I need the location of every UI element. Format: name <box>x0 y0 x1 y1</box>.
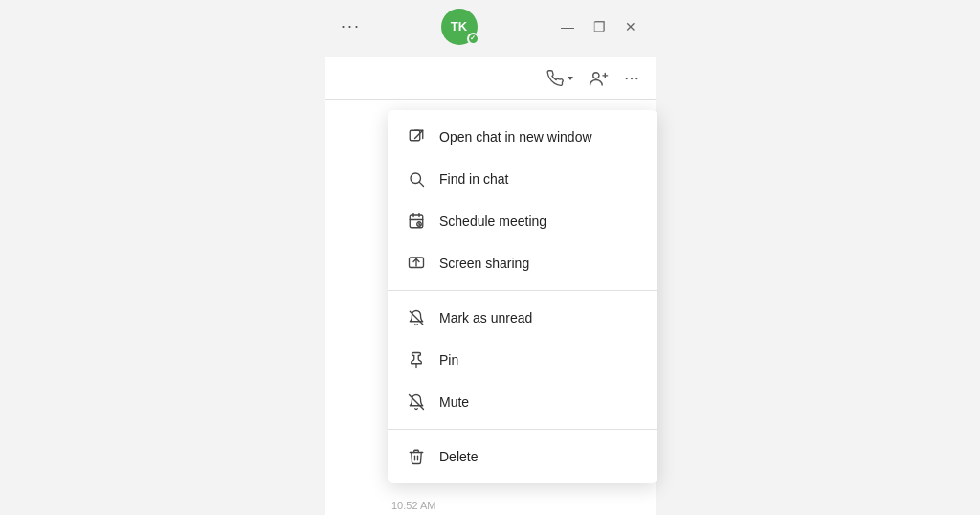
svg-point-1 <box>593 72 599 78</box>
close-button[interactable]: ✕ <box>621 17 640 36</box>
search-icon <box>407 169 426 189</box>
schedule-icon <box>407 212 426 231</box>
screen-sharing-item[interactable]: Screen sharing <box>388 242 657 284</box>
schedule-meeting-item[interactable]: Schedule meeting <box>388 200 657 242</box>
screen-sharing-label: Screen sharing <box>439 255 529 272</box>
svg-point-4 <box>626 77 628 78</box>
mark-as-unread-item[interactable]: Mark as unread <box>388 297 657 339</box>
svg-point-5 <box>631 77 633 78</box>
title-bar-more-icon[interactable]: ··· <box>341 16 361 36</box>
mute-item[interactable]: Mute <box>388 381 657 423</box>
svg-line-17 <box>419 224 420 225</box>
minimize-button[interactable]: — <box>557 17 578 36</box>
find-in-chat-item[interactable]: Find in chat <box>388 158 657 200</box>
toolbar-row <box>325 57 656 100</box>
add-people-button[interactable] <box>589 70 610 87</box>
menu-section-3: Delete <box>388 429 657 483</box>
status-dot <box>467 33 479 45</box>
screen-share-icon <box>407 254 426 273</box>
mark-as-unread-label: Mark as unread <box>439 309 532 326</box>
unread-icon <box>407 308 426 327</box>
avatar-container: TK <box>441 9 478 45</box>
pin-item[interactable]: Pin <box>388 339 657 381</box>
svg-point-6 <box>635 77 637 78</box>
delete-label: Delete <box>439 448 478 465</box>
more-options-button[interactable] <box>623 70 640 87</box>
find-in-chat-label: Find in chat <box>439 170 508 188</box>
open-external-icon <box>407 127 426 146</box>
schedule-meeting-label: Schedule meeting <box>439 213 546 230</box>
window-controls: — ❐ ✕ <box>557 17 640 36</box>
restore-button[interactable]: ❐ <box>590 17 610 36</box>
call-button[interactable] <box>546 70 575 87</box>
trash-icon <box>407 447 426 466</box>
title-bar: ··· TK — ❐ ✕ <box>325 0 656 53</box>
menu-section-1: Open chat in new window Find in chat <box>388 110 657 290</box>
context-menu: Open chat in new window Find in chat <box>388 110 657 483</box>
open-chat-new-window-label: Open chat in new window <box>439 128 592 146</box>
mute-icon <box>407 392 426 412</box>
delete-item[interactable]: Delete <box>388 436 657 478</box>
svg-line-8 <box>415 130 423 138</box>
svg-line-10 <box>419 182 423 186</box>
pin-icon <box>407 350 426 369</box>
open-chat-new-window-item[interactable]: Open chat in new window <box>388 116 657 158</box>
mute-label: Mute <box>439 393 469 411</box>
pin-label: Pin <box>439 351 458 369</box>
time-hint: 10:52 AM <box>388 496 439 515</box>
svg-marker-0 <box>568 77 573 80</box>
menu-section-2: Mark as unread Pin Mute <box>388 290 657 429</box>
